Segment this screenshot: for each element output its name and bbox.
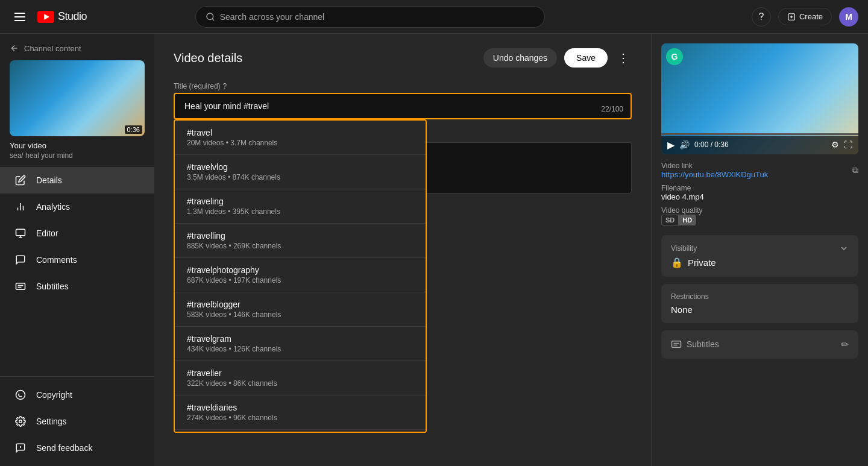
video-meta: Video link https://youtu.be/8WXlKDguTuk … xyxy=(661,162,858,225)
restrictions-card: Restrictions None xyxy=(661,284,858,323)
copy-link-icon[interactable]: ⧉ xyxy=(852,165,858,175)
sidebar-item-analytics[interactable]: Analytics xyxy=(0,194,154,220)
sidebar-item-settings[interactable]: Settings xyxy=(0,408,154,435)
video-controls: ▶ 🔊 0:00 / 0:36 ⚙ ⛶ xyxy=(661,136,858,154)
save-button[interactable]: Save xyxy=(564,48,608,68)
sidebar-item-feedback[interactable]: Send feedback xyxy=(0,435,154,461)
settings-gear-icon xyxy=(14,415,27,427)
svg-point-18 xyxy=(19,420,22,423)
autocomplete-item[interactable]: #travelphotography687K videos • 197K cha… xyxy=(175,258,426,292)
sidebar-thumbnail: 0:36 xyxy=(10,60,145,136)
search-form xyxy=(195,6,545,28)
autocomplete-item[interactable]: #travelvlog3.5M videos • 874K channels xyxy=(175,155,426,189)
sidebar-label-copyright: Copyright xyxy=(36,390,72,400)
quality-row: Video quality SD HD xyxy=(661,206,858,225)
analytics-icon xyxy=(14,201,27,213)
title-form-group: Title (required) ? 22/100 #travel20M vid… xyxy=(174,82,632,119)
volume-icon[interactable]: 🔊 xyxy=(679,140,690,150)
subtitles-card-icon xyxy=(671,339,682,350)
sidebar-label-details: Details xyxy=(36,175,62,185)
copyright-icon xyxy=(14,389,27,401)
svg-point-2 xyxy=(207,13,213,20)
page-header: Video details Undo changes Save ⋮ xyxy=(174,48,632,68)
sidebar-label-settings: Settings xyxy=(36,417,67,426)
title-input[interactable] xyxy=(175,94,631,118)
topbar: Studio ? Create M xyxy=(0,0,868,34)
quality-hd: HD xyxy=(679,215,696,225)
details-icon xyxy=(14,174,27,186)
sidebar-item-comments[interactable]: Comments xyxy=(0,247,154,273)
video-preview: G ▶ 🔊 0:00 / 0:36 ⚙ ⛶ xyxy=(661,43,858,154)
sidebar-label-feedback: Send feedback xyxy=(36,443,92,453)
sidebar-bottom: Copyright Settings Send feedback xyxy=(0,371,154,461)
play-button[interactable]: ▶ xyxy=(667,139,675,151)
sidebar-video-title: Your video xyxy=(10,141,145,150)
sidebar-label-analytics: Analytics xyxy=(36,202,70,212)
sidebar-back-button[interactable]: Channel content xyxy=(10,43,145,53)
subtitles-card[interactable]: Subtitles ✏ xyxy=(661,330,858,359)
thumbnail-duration: 0:36 xyxy=(125,125,142,134)
quality-label: Video quality xyxy=(661,206,703,215)
autocomplete-item[interactable]: #travel20M videos • 3.7M channels xyxy=(175,121,426,155)
sidebar-divider xyxy=(0,376,154,377)
hamburger-icon[interactable] xyxy=(10,8,30,26)
editor-icon xyxy=(14,227,27,239)
help-button[interactable]: ? xyxy=(752,7,771,27)
autocomplete-item[interactable]: #traveldiaries274K videos • 96K channels xyxy=(175,395,426,430)
subtitles-label: Subtitles xyxy=(671,339,719,350)
visibility-label: Visibility xyxy=(671,244,849,253)
subtitles-edit-icon[interactable]: ✏ xyxy=(841,339,849,350)
autocomplete-item[interactable]: #travelblogger583K videos • 146K channel… xyxy=(175,292,426,327)
main-panel: Video details Undo changes Save ⋮ Title … xyxy=(154,34,651,466)
sidebar-channel-section: Channel content 0:36 Your video sea/ hea… xyxy=(0,39,154,167)
back-label: Channel content xyxy=(24,44,81,53)
page-title: Video details xyxy=(174,51,242,65)
sidebar-item-details[interactable]: Details xyxy=(0,167,154,194)
sidebar: Channel content 0:36 Your video sea/ hea… xyxy=(0,34,154,466)
svg-rect-11 xyxy=(16,229,25,236)
sidebar-label-subtitles: Subtitles xyxy=(36,282,69,291)
visibility-chevron-icon xyxy=(839,244,849,253)
autocomplete-item[interactable]: #traveler262K videos • 67K channels xyxy=(175,430,426,433)
autocomplete-item[interactable]: #travelling885K videos • 269K channels xyxy=(175,224,426,258)
time-display: 0:00 / 0:36 xyxy=(694,140,826,149)
autocomplete-item[interactable]: #traveling1.3M videos • 395K channels xyxy=(175,189,426,224)
create-plus-icon xyxy=(787,13,796,21)
logo[interactable]: Studio xyxy=(37,10,87,23)
main-layout: Channel content 0:36 Your video sea/ hea… xyxy=(0,34,868,466)
search-bar xyxy=(195,6,545,28)
more-options-button[interactable]: ⋮ xyxy=(615,48,632,68)
feedback-icon xyxy=(14,442,27,454)
sidebar-item-copyright[interactable]: Copyright xyxy=(0,382,154,408)
progress-bar[interactable] xyxy=(661,133,858,135)
quality-sd: SD xyxy=(662,215,679,225)
search-input[interactable] xyxy=(220,12,535,22)
sidebar-item-subtitles[interactable]: Subtitles xyxy=(0,273,154,300)
autocomplete-item[interactable]: #travelgram434K videos • 126K channels xyxy=(175,327,426,361)
svg-line-3 xyxy=(212,19,214,20)
search-icon xyxy=(206,12,215,22)
sidebar-item-editor[interactable]: Editor xyxy=(0,220,154,247)
youtube-logo-icon xyxy=(37,11,54,23)
create-button[interactable]: Create xyxy=(778,8,832,25)
topbar-right: ? Create M xyxy=(752,7,858,27)
svg-rect-14 xyxy=(16,283,25,290)
title-label: Title (required) ? xyxy=(174,82,632,90)
topbar-left: Studio xyxy=(10,8,87,26)
sidebar-video-info: Your video sea/ heal your mind xyxy=(10,141,145,160)
restrictions-label: Restrictions xyxy=(671,292,849,301)
grammarly-badge: G xyxy=(666,48,683,65)
visibility-card[interactable]: Visibility 🔒 Private xyxy=(661,235,858,277)
sidebar-label-comments: Comments xyxy=(36,255,77,265)
filename-row: Filename video 4.mp4 xyxy=(661,184,858,201)
title-info-icon[interactable]: ? xyxy=(223,82,227,90)
avatar[interactable]: M xyxy=(839,7,858,27)
video-link-value[interactable]: https://youtu.be/8WXlKDguTuk xyxy=(661,170,768,179)
undo-changes-button[interactable]: Undo changes xyxy=(483,48,557,68)
header-actions: Undo changes Save ⋮ xyxy=(483,48,632,68)
video-settings-icon[interactable]: ⚙ xyxy=(831,140,839,150)
restrictions-value: None xyxy=(671,304,849,315)
autocomplete-item[interactable]: #traveller322K videos • 86K channels xyxy=(175,361,426,395)
fullscreen-icon[interactable]: ⛶ xyxy=(844,140,852,150)
create-label: Create xyxy=(799,12,823,21)
